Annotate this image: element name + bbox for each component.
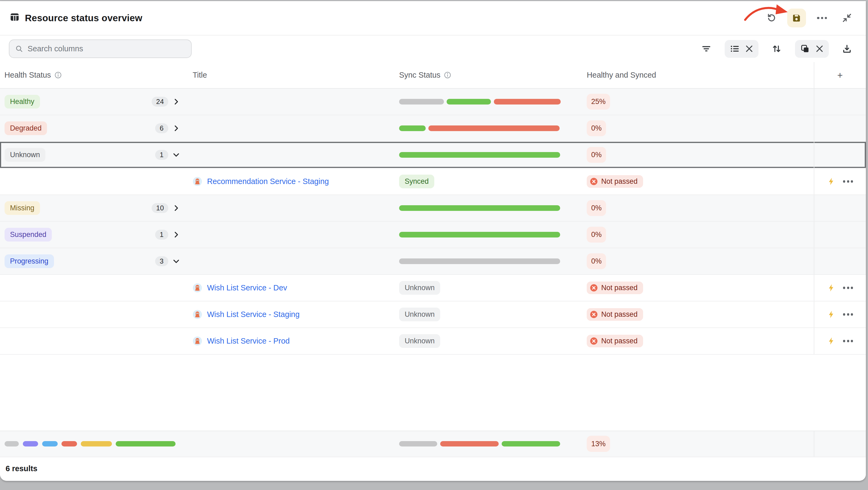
healthy-synced-value: 0%: [587, 227, 606, 243]
search-box[interactable]: [9, 39, 192, 58]
column-header-sync-status[interactable]: Sync Status: [399, 71, 452, 80]
error-icon: [590, 284, 598, 292]
ellipsis-icon: [817, 17, 827, 19]
sync-status-bar: [399, 99, 561, 105]
lightning-icon[interactable]: [827, 284, 835, 292]
table-row-healthy: Healthy 24 25%: [0, 89, 866, 115]
table-row-wish-list-service-dev: Wish List Service - Dev Unknown Not pass…: [0, 275, 866, 301]
active-list-chip: [725, 40, 758, 58]
group-count: 1: [155, 230, 168, 240]
sync-status-badge: Unknown: [399, 281, 440, 295]
check-status-badge: Not passed: [587, 308, 643, 321]
table-toolbar: [0, 35, 866, 62]
table-row-degraded: Degraded 6 0%: [0, 115, 866, 142]
info-icon: [54, 71, 62, 79]
results-count: 6 results: [6, 464, 38, 473]
error-icon: [590, 310, 598, 319]
page-title: Resource status overview: [25, 12, 142, 23]
table-row-wish-list-service-staging: Wish List Service - Staging Unknown Not …: [0, 301, 866, 328]
health-status-badge: Progressing: [5, 254, 54, 268]
filter-button[interactable]: [698, 40, 715, 58]
group-count: 6: [155, 123, 168, 133]
group-count: 1: [155, 150, 168, 160]
sync-status-bar: [399, 205, 560, 211]
octopus-avatar: [193, 177, 202, 186]
row-actions-icon[interactable]: [843, 287, 853, 289]
check-status-badge: Not passed: [587, 282, 643, 294]
lightning-icon[interactable]: [827, 337, 835, 345]
undo-icon: [766, 12, 776, 23]
row-actions-icon[interactable]: [843, 313, 853, 315]
chevron-down-icon[interactable]: [172, 151, 180, 159]
resource-link[interactable]: Wish List Service - Dev: [207, 283, 287, 292]
health-status-badge: Suspended: [5, 228, 52, 242]
save-button[interactable]: [787, 8, 806, 27]
table-empty-space: [0, 355, 866, 431]
healthy-synced-value: 25%: [587, 94, 610, 110]
octopus-avatar: [193, 336, 202, 346]
health-status-badge: Unknown: [5, 148, 45, 162]
healthy-synced-value: 0%: [587, 147, 606, 163]
group-count: 3: [155, 256, 168, 266]
list-icon[interactable]: [730, 44, 739, 54]
chevron-right-icon[interactable]: [172, 204, 180, 212]
chevron-right-icon[interactable]: [172, 97, 180, 106]
column-header-health-status[interactable]: Health Status: [5, 71, 62, 80]
table-row-suspended: Suspended 1 0%: [0, 222, 866, 248]
sync-status-badge: Unknown: [399, 334, 440, 348]
results-footer: 6 results: [0, 457, 866, 481]
summary-legend-bar: [5, 441, 176, 447]
summary-healthy-synced-value: 13%: [587, 436, 610, 452]
resource-link[interactable]: Wish List Service - Prod: [207, 337, 289, 345]
sync-status-bar: [399, 125, 560, 131]
collapse-icon: [842, 12, 852, 23]
error-icon: [590, 177, 598, 185]
stack-icon[interactable]: [800, 44, 810, 54]
column-header-title[interactable]: Title: [193, 71, 207, 80]
resource-link[interactable]: Recommendation Service - Staging: [207, 177, 329, 186]
column-header-healthy-and-synced[interactable]: Healthy and Synced: [587, 71, 656, 80]
collapse-button[interactable]: [838, 9, 856, 27]
row-actions-icon[interactable]: [843, 340, 853, 342]
sort-button[interactable]: [768, 40, 785, 58]
chevron-down-icon[interactable]: [172, 257, 180, 265]
group-count: 10: [152, 203, 168, 213]
sync-status-bar: [399, 258, 560, 264]
table-header-row: Health Status Title Sync Status Healthy …: [0, 62, 866, 89]
sort-icon: [772, 44, 782, 54]
page: Resource status overview: [0, 0, 868, 490]
widget-header: Resource status overview: [0, 1, 866, 35]
search-input[interactable]: [28, 44, 185, 53]
error-icon: [590, 337, 598, 345]
more-options-button[interactable]: [813, 9, 831, 27]
table-row-missing: Missing 10 0%: [0, 195, 866, 222]
summary-row: 13%: [0, 431, 866, 457]
active-group-chip: [795, 40, 829, 58]
undo-button[interactable]: [762, 9, 780, 27]
clear-group-icon[interactable]: [816, 45, 823, 52]
clear-list-icon[interactable]: [746, 45, 753, 52]
chevron-right-icon[interactable]: [172, 230, 180, 239]
search-icon: [15, 44, 23, 53]
lightning-icon[interactable]: [827, 310, 835, 319]
widget-card: Resource status overview: [0, 1, 866, 481]
table-row-recommendation-service-staging: Recommendation Service - Staging Synced …: [0, 168, 866, 195]
sync-status-bar: [399, 152, 560, 158]
table-row-progressing: Progressing 3 0%: [0, 248, 866, 275]
save-icon: [792, 13, 801, 23]
sync-status-badge: Unknown: [399, 308, 440, 322]
resource-link[interactable]: Wish List Service - Staging: [207, 310, 300, 319]
healthy-synced-value: 0%: [587, 253, 606, 269]
add-column-button[interactable]: +: [837, 70, 843, 81]
table-icon: [10, 12, 19, 24]
group-count: 24: [152, 97, 168, 107]
row-actions-icon[interactable]: [843, 180, 853, 182]
lightning-icon[interactable]: [827, 177, 835, 185]
health-status-badge: Healthy: [5, 95, 40, 109]
healthy-synced-value: 0%: [587, 200, 606, 216]
check-status-badge: Not passed: [587, 335, 643, 348]
octopus-avatar: [193, 283, 202, 292]
download-button[interactable]: [838, 40, 856, 58]
chevron-right-icon[interactable]: [172, 124, 180, 133]
download-icon: [842, 44, 852, 54]
